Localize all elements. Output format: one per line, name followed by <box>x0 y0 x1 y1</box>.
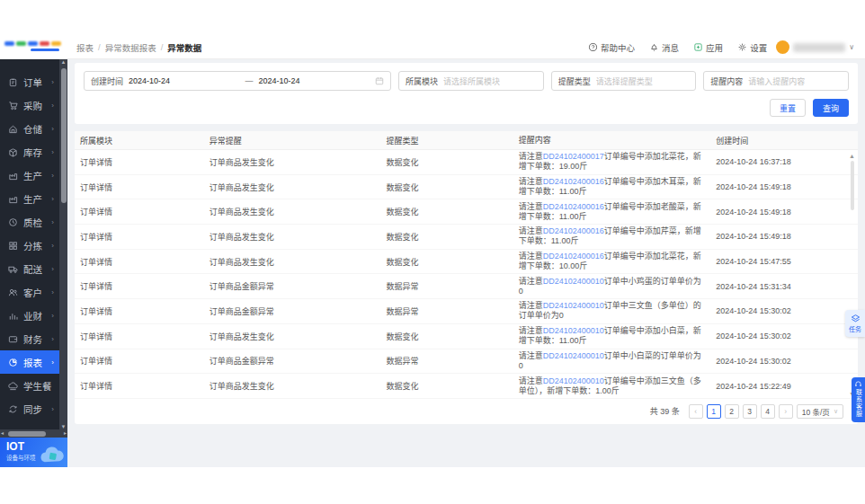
table-row[interactable]: 订单详情 订单商品金额异常 数据异常 请注意DD24102400010订单中三文… <box>75 299 858 324</box>
table-row[interactable]: 订单详情 订单商品发生变化 数据变化 请注意DD24102400016订单编号中… <box>75 225 858 250</box>
scroll-up-icon[interactable]: ▲ <box>59 59 67 65</box>
scroll-left-icon[interactable]: ◂ <box>1 429 4 438</box>
order-number-link[interactable]: DD24102400016 <box>543 177 604 186</box>
app-logo[interactable] <box>0 36 67 58</box>
user-menu[interactable]: ∨ <box>776 40 865 54</box>
layers-icon <box>851 314 861 323</box>
reset-button[interactable]: 重置 <box>770 99 806 117</box>
date-to-value[interactable]: 2024-10-24 <box>259 76 300 85</box>
search-button[interactable]: 查询 <box>813 99 849 117</box>
table-row[interactable]: 订单详情 订单商品金额异常 数据异常 请注意DD24102400010订单中小鸡… <box>75 274 858 299</box>
cell-type: 数据变化 <box>381 380 513 392</box>
breadcrumb-item[interactable]: 异常数据报表 <box>105 41 156 54</box>
chevron-right-icon: › <box>51 78 54 86</box>
breadcrumb-separator: / <box>161 42 164 52</box>
chevron-right-icon: › <box>51 405 54 413</box>
date-range-picker[interactable]: 创建时间 2024-10-24 — 2024-10-24 <box>84 71 391 91</box>
page-button-3[interactable]: 3 <box>743 404 757 419</box>
bell-action[interactable]: 消息 <box>649 41 679 54</box>
cell-type: 数据变化 <box>381 256 513 268</box>
sidebar-item-qc[interactable]: 质检 › <box>0 210 59 234</box>
table-row[interactable]: 订单详情 订单商品金额异常 数据异常 请注意DD24102400010订单中小白… <box>75 349 858 375</box>
table-row[interactable]: 订单详情 订单商品发生变化 数据变化 请注意DD24102400016订单编号中… <box>75 250 858 275</box>
production-icon <box>8 171 18 181</box>
sidebar-item-finance[interactable]: 财务 › <box>0 327 59 350</box>
sidebar-item-report[interactable]: 报表 › <box>0 350 59 374</box>
table-row[interactable]: 订单详情 订单商品发生变化 数据变化 请注意DD24102400016订单编号中… <box>75 175 858 200</box>
headset-icon <box>854 380 862 388</box>
table-row[interactable]: 订单详情 订单商品发生变化 数据变化 请注意DD24102400016订单编号中… <box>75 199 858 225</box>
top-header-bar: 报表/异常数据报表/异常数据 帮助中心消息应用设置 ∨ <box>0 36 865 59</box>
cell-type: 数据变化 <box>381 331 513 342</box>
sidebar-item-order[interactable]: 订单 › <box>0 70 59 93</box>
sidebar-item-sync[interactable]: 同步 › <box>0 397 59 420</box>
sidebar-vertical-scrollbar[interactable]: ▲ ▼ <box>59 59 67 429</box>
cell-type: 数据变化 <box>381 206 513 217</box>
date-label: 创建时间 <box>91 75 123 87</box>
apps-action[interactable]: 应用 <box>693 41 723 54</box>
sidebar-item-bizfin[interactable]: 业财 › <box>0 304 59 327</box>
sidebar-item-production[interactable]: 生产 › <box>0 187 59 210</box>
next-page-button[interactable]: › <box>779 404 793 419</box>
alert-type-select[interactable]: 提醒类型 请选择提醒类型 <box>551 71 697 91</box>
customer-service-floating-button[interactable]: 联系客服 <box>852 377 865 422</box>
sidebar-item-production[interactable]: 生产 › <box>0 164 59 187</box>
scroll-right-icon[interactable]: ▸ <box>64 429 67 438</box>
task-floating-button[interactable]: 任务 <box>845 310 865 337</box>
chevron-down-icon: ∨ <box>834 408 838 415</box>
order-number-link[interactable]: DD24102400010 <box>543 326 604 335</box>
calendar-icon[interactable] <box>375 76 384 85</box>
cell-alert: 订单商品金额异常 <box>204 305 381 317</box>
order-number-link[interactable]: DD24102400010 <box>543 277 604 286</box>
gear-action[interactable]: 设置 <box>737 41 767 54</box>
cell-module: 订单详情 <box>75 156 204 168</box>
sidebar-item-customer[interactable]: 客户 › <box>0 280 59 304</box>
column-header: 所属模块 <box>75 135 204 146</box>
cell-module: 订单详情 <box>75 181 204 193</box>
sidebar-item-inventory[interactable]: 库存 › <box>0 140 59 164</box>
breadcrumb-item[interactable]: 报表 <box>76 41 94 54</box>
cell-content: 请注意DD24102400010订单中小白菜的订单单价为0 <box>513 351 710 371</box>
table-header-row: 所属模块异常提醒提醒类型提醒内容创建时间 <box>75 131 858 150</box>
order-number-link[interactable]: DD24102400016 <box>543 252 604 261</box>
alert-content-input[interactable]: 提醒内容 请输入提醒内容 <box>703 71 849 91</box>
sidebar-item-meal[interactable]: 学生餐 <box>0 374 59 397</box>
sidebar-item-label: 订单 <box>23 75 42 89</box>
help-action[interactable]: 帮助中心 <box>588 41 635 54</box>
chevron-down-icon[interactable]: ∨ <box>849 43 854 51</box>
page-size-select[interactable]: 10 条/页 ∨ <box>797 404 843 419</box>
table-row[interactable]: 订单详情 订单商品发生变化 数据变化 请注意DD24102400010订单编号中… <box>75 374 858 399</box>
column-header: 提醒内容 <box>513 136 710 146</box>
sidebar-item-label: 配送 <box>23 262 42 276</box>
logo-icon <box>4 41 61 46</box>
avatar[interactable] <box>776 40 789 54</box>
sidebar-item-delivery[interactable]: 配送 › <box>0 257 59 280</box>
sidebar-item-purchase[interactable]: 采购 › <box>0 93 59 117</box>
iot-banner[interactable]: IOT 设备与环境 <box>0 438 67 467</box>
page-button-1[interactable]: 1 <box>707 404 721 419</box>
prev-page-button[interactable]: ‹ <box>689 404 703 419</box>
table-scroll-up-icon[interactable]: ▲ <box>849 153 855 159</box>
table-scrollbar[interactable] <box>851 161 854 210</box>
order-number-link[interactable]: DD24102400017 <box>543 152 604 161</box>
page-button-2[interactable]: 2 <box>725 404 739 419</box>
date-from-value[interactable]: 2024-10-24 <box>129 76 170 85</box>
order-number-link[interactable]: DD24102400016 <box>543 226 604 235</box>
customer-service-label: 联系客服 <box>854 389 863 418</box>
cell-time: 2024-10-24 15:49:18 <box>710 232 858 241</box>
order-number-link[interactable]: DD24102400016 <box>543 202 604 211</box>
table-row[interactable]: 订单详情 订单商品发生变化 数据变化 请注意DD24102400017订单编号中… <box>75 150 858 175</box>
breadcrumb-item: 异常数据 <box>167 41 201 54</box>
breadcrumb: 报表/异常数据报表/异常数据 <box>76 41 201 54</box>
module-select[interactable]: 所属模块 请选择所属模块 <box>398 71 544 91</box>
chevron-right-icon: › <box>51 172 54 180</box>
order-number-link[interactable]: DD24102400010 <box>543 301 604 310</box>
table-row[interactable]: 订单详情 订单商品发生变化 数据变化 请注意DD24102400010订单编号中… <box>75 324 858 349</box>
sidebar-item-warehouse[interactable]: 仓储 › <box>0 117 59 140</box>
page-button-4[interactable]: 4 <box>761 404 775 419</box>
sidebar-item-sorting[interactable]: 分拣 › <box>0 234 59 257</box>
cell-alert: 订单商品发生变化 <box>204 156 381 168</box>
order-number-link[interactable]: DD24102400010 <box>543 376 604 385</box>
sidebar-horizontal-scrollbar[interactable]: ◂ ▸ <box>0 429 67 438</box>
order-number-link[interactable]: DD24102400010 <box>543 351 604 360</box>
